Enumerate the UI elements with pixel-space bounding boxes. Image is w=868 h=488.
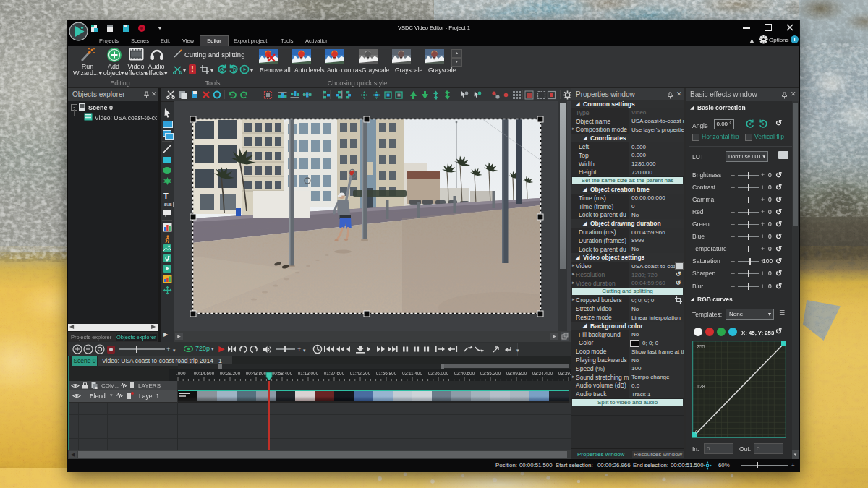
- svg-text:01:27.600: 01:27.600: [324, 371, 345, 376]
- svg-text:01:13.000: 01:13.000: [298, 371, 319, 376]
- svg-text:00:58.400: 00:58.400: [272, 371, 293, 376]
- svg-text:03:39.000: 03:39.000: [558, 371, 571, 376]
- svg-text:00:43.800: 00:43.800: [246, 371, 267, 376]
- svg-text:G: G: [220, 67, 224, 72]
- svg-text:128: 128: [697, 384, 705, 389]
- svg-text:02:11.400: 02:11.400: [402, 371, 422, 376]
- svg-text:02:55.200: 02:55.200: [480, 371, 501, 376]
- svg-text:255: 255: [697, 344, 705, 349]
- svg-text:02:40.600: 02:40.600: [454, 371, 475, 376]
- svg-text:01:56.800: 01:56.800: [376, 371, 397, 376]
- svg-text:03:09.800: 03:09.800: [506, 371, 527, 376]
- svg-text:03:24.400: 03:24.400: [532, 371, 553, 376]
- svg-text:D: D: [233, 67, 237, 72]
- svg-text:00:29.200: 00:29.200: [220, 371, 241, 376]
- svg-text:.000: .000: [176, 371, 186, 376]
- svg-text:00:14.600: 00:14.600: [194, 371, 215, 376]
- svg-text:01:42.200: 01:42.200: [350, 371, 371, 376]
- svg-text:02:26.000: 02:26.000: [428, 371, 449, 376]
- svg-text:0: 0: [695, 429, 698, 435]
